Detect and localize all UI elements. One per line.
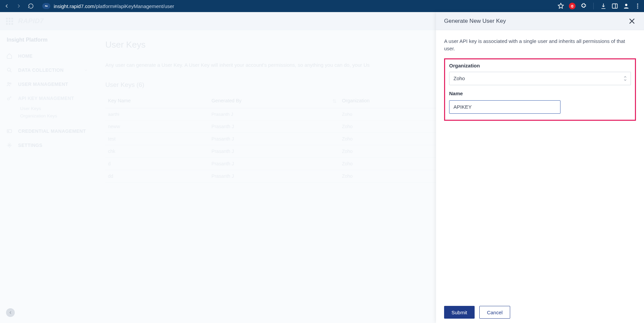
svg-point-7 xyxy=(7,68,10,71)
col-generated-by[interactable]: Generated By⇅ xyxy=(209,94,339,108)
cell-name: d xyxy=(105,158,209,170)
sidebar-item-label: USER MANAGEMENT xyxy=(18,82,68,87)
svg-point-9 xyxy=(10,83,11,84)
sidebar-item-user-management[interactable]: USER MANAGEMENT xyxy=(6,77,94,91)
sidebar-item-credential-management[interactable]: CREDENTIAL MANAGEMENT xyxy=(6,124,94,138)
svg-point-10 xyxy=(7,98,9,100)
side-panel-icon[interactable] xyxy=(611,2,619,10)
browser-back-button[interactable] xyxy=(3,2,11,10)
extension-recorder-icon[interactable]: ɑ xyxy=(569,2,576,10)
cell-name: neww xyxy=(105,120,209,133)
organization-value: Zoho xyxy=(453,75,465,81)
toolbar-divider xyxy=(593,3,594,9)
sidebar-item-settings[interactable]: SETTINGS xyxy=(6,138,94,152)
search-icon xyxy=(6,67,13,73)
name-input[interactable] xyxy=(449,100,560,114)
cell-by: Prasanth J xyxy=(209,170,339,182)
brand-logo: RAPID7 xyxy=(18,17,44,25)
cell-by: Prasanth J xyxy=(209,145,339,158)
close-icon[interactable] xyxy=(628,17,636,25)
sort-icon: ⇅ xyxy=(332,99,337,104)
downloads-icon[interactable] xyxy=(600,2,607,10)
svg-point-13 xyxy=(9,145,10,146)
name-label: Name xyxy=(449,91,631,96)
cancel-button[interactable]: Cancel xyxy=(479,306,511,319)
sidebar-nav: Insight Platform HOME DATA COLLECTION US… xyxy=(0,30,94,323)
col-key-name[interactable]: Key Name xyxy=(105,94,209,108)
sidebar-item-home[interactable]: HOME xyxy=(6,49,94,63)
sidebar-item-api-key-management[interactable]: API KEY MANAGEMENT xyxy=(6,91,94,105)
organization-label: Organization xyxy=(449,63,631,68)
sidebar-item-data-collection[interactable]: DATA COLLECTION xyxy=(6,63,94,77)
credential-icon xyxy=(6,128,13,134)
organization-select[interactable]: Zoho xyxy=(449,72,631,85)
address-bar-url[interactable]: insight.rapid7.com/platform#/apiKeyManag… xyxy=(54,3,174,9)
site-info-icon[interactable] xyxy=(42,3,50,9)
browser-menu-icon[interactable] xyxy=(634,2,641,10)
home-icon xyxy=(6,53,13,59)
collapse-sidebar-button[interactable] xyxy=(6,308,15,317)
drawer-intro-text: A user API key is associated with a sing… xyxy=(444,38,636,52)
svg-point-8 xyxy=(8,83,9,84)
sidebar-item-label: DATA COLLECTION xyxy=(18,67,64,73)
submit-button[interactable]: Submit xyxy=(444,306,475,319)
cell-name: test xyxy=(105,133,209,145)
sidebar-item-label: API KEY MANAGEMENT xyxy=(18,96,74,101)
sidebar-item-label: HOME xyxy=(18,53,33,59)
svg-point-5 xyxy=(637,5,638,6)
cell-by: Prasanth J xyxy=(209,133,339,145)
cell-name: aarthi xyxy=(105,108,209,120)
url-path: /platform#/apiKeyManagement/user xyxy=(95,3,174,9)
browser-chrome-bar: insight.rapid7.com/platform#/apiKeyManag… xyxy=(0,0,644,12)
chevron-down-icon xyxy=(83,67,89,73)
svg-point-6 xyxy=(637,7,638,8)
svg-point-1 xyxy=(47,6,47,7)
profile-avatar-icon[interactable] xyxy=(623,2,630,10)
cell-by: Prasanth J xyxy=(209,158,339,170)
browser-reload-button[interactable] xyxy=(27,2,35,10)
generate-user-key-drawer: Generate New User Key A user API key is … xyxy=(436,12,644,323)
cell-name: dd xyxy=(105,170,209,182)
svg-point-0 xyxy=(45,5,46,6)
gear-icon xyxy=(6,142,13,149)
app-switcher-icon[interactable] xyxy=(6,18,13,24)
svg-point-3 xyxy=(625,4,628,6)
drawer-title: Generate New User Key xyxy=(444,18,506,24)
users-icon xyxy=(6,81,13,88)
sidebar-subitem-organization-keys[interactable]: Organization Keys xyxy=(6,111,94,120)
cell-name: chk xyxy=(105,145,209,158)
svg-point-4 xyxy=(637,4,638,5)
sidebar-item-label: SETTINGS xyxy=(18,143,42,148)
select-arrows-icon xyxy=(623,75,627,83)
cell-by: Prasanth J xyxy=(209,120,339,133)
bookmark-star-icon[interactable] xyxy=(557,2,565,10)
svg-point-12 xyxy=(8,131,9,132)
svg-rect-2 xyxy=(612,4,618,8)
sidebar-heading: Insight Platform xyxy=(7,37,94,43)
url-host: insight.rapid7.com xyxy=(54,3,95,9)
key-icon xyxy=(6,95,13,102)
cell-by: Prasanth J xyxy=(209,108,339,120)
sidebar-item-label: CREDENTIAL MANAGEMENT xyxy=(18,128,86,134)
annotation-highlight: Organization Zoho Name xyxy=(444,58,636,121)
extensions-icon[interactable] xyxy=(580,2,587,10)
browser-forward-button[interactable] xyxy=(15,2,23,10)
